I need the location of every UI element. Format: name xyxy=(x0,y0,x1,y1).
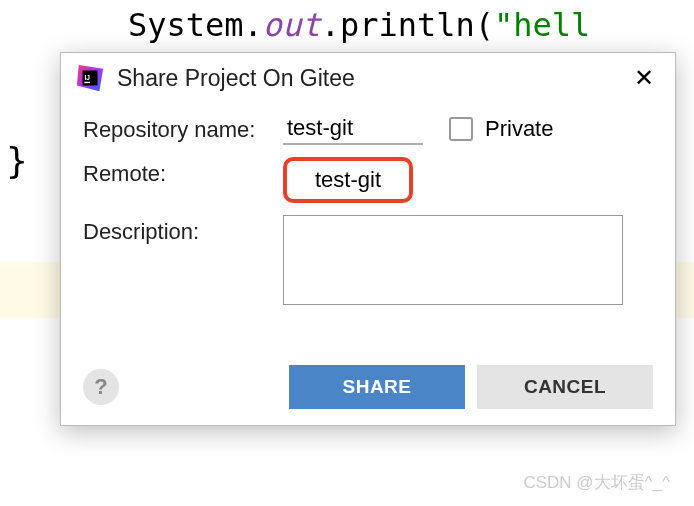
code-background: System.out.println("hell xyxy=(0,6,694,44)
share-project-dialog: IJ Share Project On Gitee ✕ Repository n… xyxy=(60,52,676,426)
intellij-icon: IJ xyxy=(75,63,105,93)
repo-name-input[interactable] xyxy=(283,113,423,145)
dialog-titlebar: IJ Share Project On Gitee ✕ xyxy=(61,53,675,101)
watermark: CSDN @大坏蛋^_^ xyxy=(523,471,670,494)
close-icon[interactable]: ✕ xyxy=(631,64,657,92)
share-button[interactable]: SHARE xyxy=(289,365,465,409)
svg-rect-3 xyxy=(84,82,90,83)
svg-text:IJ: IJ xyxy=(84,74,90,81)
private-label: Private xyxy=(485,116,553,142)
remote-label: Remote: xyxy=(83,157,283,187)
description-input[interactable] xyxy=(283,215,623,305)
repo-name-label: Repository name: xyxy=(83,113,283,143)
remote-input[interactable]: test-git xyxy=(283,157,413,203)
code-brace: } xyxy=(6,140,28,181)
description-label: Description: xyxy=(83,215,283,245)
dialog-title: Share Project On Gitee xyxy=(117,65,631,92)
private-checkbox[interactable] xyxy=(449,117,473,141)
help-button[interactable]: ? xyxy=(83,369,119,405)
cancel-button[interactable]: CANCEL xyxy=(477,365,653,409)
